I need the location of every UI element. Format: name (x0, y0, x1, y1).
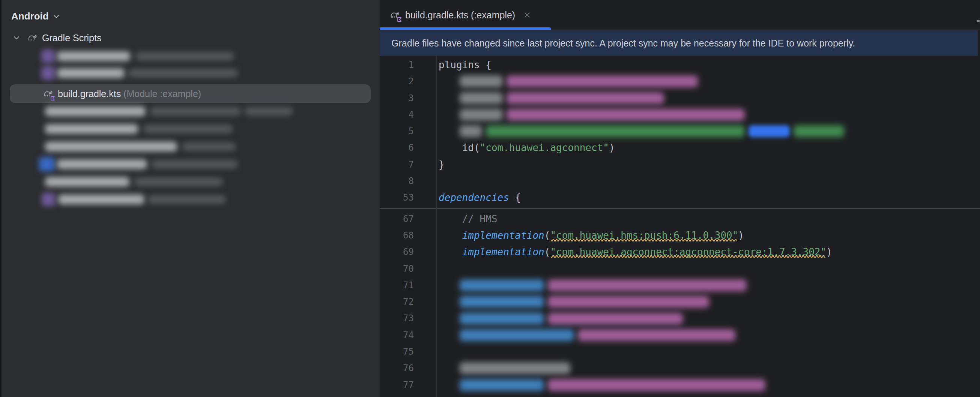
redacted-code (460, 279, 544, 291)
redacted-code (486, 125, 745, 137)
tree-item-redacted[interactable] (0, 138, 380, 155)
project-view-title: Android (11, 11, 49, 22)
close-icon[interactable] (523, 11, 531, 19)
line-text (418, 277, 980, 294)
line-number: 70 (380, 260, 418, 277)
code-line: 74 (380, 327, 980, 343)
code-token: "com.huawei.hms:push:6.11.0.300" (550, 230, 738, 241)
code-line: 8 (380, 173, 980, 189)
tree-item-annotation: (Module :example) (123, 89, 201, 99)
redacted-text (57, 159, 147, 169)
code-token: implementation (462, 230, 544, 241)
line-number: 76 (380, 360, 418, 376)
kotlin-badge-icon (50, 95, 56, 101)
code-line: 2 (380, 73, 980, 90)
line-number: 75 (380, 343, 418, 360)
line-text (418, 360, 980, 376)
code-token: "com.huawei.agconnect" (480, 142, 609, 153)
redacted-code (506, 75, 698, 87)
line-text (418, 90, 980, 106)
file-icon (41, 49, 55, 63)
code-token: ( (544, 230, 550, 241)
tree-item-redacted[interactable] (0, 156, 380, 173)
tree-item-redacted[interactable] (0, 120, 380, 138)
line-text (418, 106, 980, 123)
redacted-code (460, 125, 482, 137)
redacted-text (151, 160, 238, 168)
tree-item-redacted[interactable] (0, 191, 380, 208)
gradle-kts-file-icon (390, 10, 401, 21)
tree-item-redacted[interactable] (0, 103, 380, 120)
line-text: implementation("com.huawei.agconnect:agc… (418, 244, 980, 260)
line-text (418, 310, 980, 327)
line-number: 71 (380, 277, 418, 294)
line-number: 67 (380, 211, 418, 227)
code-token: ( (544, 246, 550, 257)
line-number: 74 (380, 327, 418, 343)
redacted-code (794, 125, 844, 137)
line-text (418, 260, 980, 277)
code-line: 69 implementation("com.huawei.agconnect:… (380, 244, 980, 260)
tree-item-redacted[interactable] (0, 48, 380, 65)
file-icon (41, 66, 55, 80)
line-number: 77 (380, 377, 418, 393)
code-token: "com.huawei.agconnect:agconnect-core:1.7… (550, 246, 826, 257)
line-number: 7 (380, 156, 418, 173)
code-line: 75 (380, 343, 980, 360)
code-token: plugins { (439, 59, 492, 70)
android-studio-window: Android Gradle Scripts (0, 0, 980, 397)
scrollbar-mark (977, 20, 980, 22)
line-text (418, 343, 980, 360)
code-token: ) (738, 230, 744, 241)
line-text (418, 327, 980, 343)
project-tool-window: Android Gradle Scripts (0, 0, 380, 397)
tree-item-redacted[interactable] (0, 173, 380, 191)
redacted-code (548, 279, 747, 291)
code-line: 53dependencies { (380, 189, 980, 206)
code-line: 68 implementation("com.huawei.hms:push:6… (380, 227, 980, 244)
code-token: ) (609, 142, 615, 153)
code-token: } (439, 159, 445, 170)
code-token (439, 230, 462, 241)
code-line: 72 (380, 294, 980, 310)
redacted-text (45, 124, 138, 134)
code-line: 7} (380, 156, 980, 173)
line-number: 72 (380, 294, 418, 310)
line-text: id("com.huawei.agconnect") (418, 140, 980, 156)
redacted-code (749, 125, 790, 137)
chevron-expanded-icon[interactable] (14, 36, 19, 40)
gradle-elephant-icon (27, 32, 38, 43)
redacted-code (460, 75, 503, 87)
line-number: 8 (380, 173, 418, 189)
redacted-code (548, 379, 765, 391)
line-number: 53 (380, 189, 418, 206)
tab-build-gradle-kts[interactable]: build.gradle.kts (:example) (380, 0, 551, 30)
redacted-text (45, 142, 177, 151)
line-text: } (418, 156, 980, 173)
code-line: 6 id("com.huawei.agconnect") (380, 140, 980, 156)
project-view-selector[interactable]: Android (11, 11, 59, 22)
tree-item-build-gradle-kts-selected[interactable]: build.gradle.kts (Module :example) (10, 84, 371, 103)
line-text (418, 377, 980, 393)
active-tab-indicator (380, 27, 551, 30)
line-number: 3 (380, 90, 418, 106)
tree-node-gradle-scripts[interactable]: Gradle Scripts (14, 32, 101, 43)
file-icon (39, 157, 55, 172)
sync-notification-banner: Gradle files have changed since last pro… (380, 30, 978, 56)
line-number: 4 (380, 106, 418, 123)
code-line: 4 (380, 106, 980, 123)
line-number: 69 (380, 244, 418, 260)
tree-root-label: Gradle Scripts (42, 33, 101, 43)
redacted-code (460, 329, 574, 341)
code-line: 71 (380, 277, 980, 294)
tree-item-redacted[interactable] (0, 65, 380, 82)
line-number: 2 (380, 73, 418, 90)
redacted-code (460, 362, 570, 374)
line-text: dependencies { (418, 189, 980, 206)
redacted-text (57, 51, 130, 61)
code-line: 67 // HMS (380, 211, 980, 227)
redacted-code (578, 329, 735, 341)
line-number: 6 (380, 140, 418, 156)
redacted-text (134, 178, 223, 186)
code-editor[interactable]: 1plugins {23456 id("com.huawei.agconnect… (380, 56, 980, 397)
